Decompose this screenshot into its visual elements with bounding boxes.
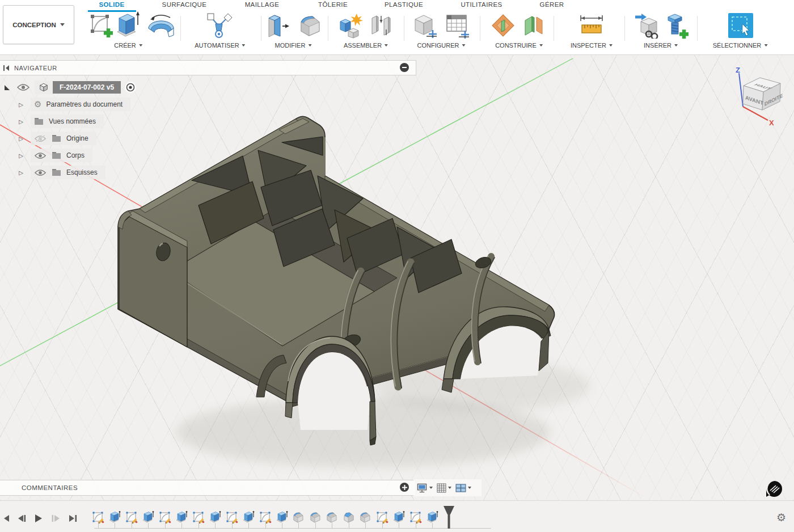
eye-icon[interactable] — [34, 168, 47, 177]
timeline-feature-sketch[interactable] — [125, 510, 138, 524]
comments-panel-header[interactable]: COMMENTAIRES — [0, 480, 416, 496]
tab-surfacique[interactable]: SURFACIQUE — [162, 1, 207, 8]
group-label-selectionner[interactable]: SÉLECTIONNER — [713, 42, 768, 49]
create-sketch-icon[interactable] — [88, 12, 113, 37]
timeline-step-forward-button[interactable] — [50, 513, 61, 524]
navigator-panel-header[interactable]: NAVIGATEUR — [0, 60, 416, 75]
eye-off-icon[interactable] — [34, 134, 47, 143]
timeline-feature-extrude[interactable] — [175, 510, 188, 524]
modify-fillet-icon[interactable] — [297, 12, 323, 39]
group-label-assembler[interactable]: ASSEMBLER — [344, 42, 388, 49]
expand-arrow-icon[interactable] — [5, 85, 10, 90]
expand-caret-icon[interactable]: ▷ — [17, 119, 25, 125]
select-tool-icon[interactable] — [728, 12, 754, 39]
group-label-inserer[interactable]: INSÉRER — [644, 42, 678, 49]
timeline-settings-gear-icon[interactable]: ⚙ — [776, 511, 786, 523]
group-label-construire[interactable]: CONSTRUIRE — [495, 42, 543, 49]
feedback-bubble-icon[interactable] — [763, 479, 785, 500]
modify-presspull-icon[interactable] — [267, 12, 292, 39]
chevron-down-icon[interactable] — [429, 487, 433, 489]
create-revolve-icon[interactable] — [146, 14, 176, 37]
timeline-feature-sketch[interactable] — [409, 510, 423, 524]
timeline-feature-extrude[interactable] — [425, 510, 439, 524]
panel-collapse-icon[interactable] — [2, 64, 10, 72]
group-label-inspecter[interactable]: INSPECTER — [571, 42, 613, 49]
component-cube-icon[interactable] — [35, 81, 53, 94]
timeline-feature-extrude[interactable] — [141, 510, 155, 524]
tree-row-origin[interactable]: ▷ Origine — [0, 131, 96, 146]
tree-row-document[interactable]: F-2024-07-002 v5 — [0, 80, 137, 95]
document-name[interactable]: F-2024-07-002 v5 — [53, 81, 121, 94]
group-label-automatiser[interactable]: AUTOMATISER — [195, 42, 245, 49]
timeline-feature-chamfer[interactable] — [342, 510, 356, 524]
chevron-down-icon[interactable] — [448, 487, 451, 489]
timeline-step-back-button[interactable] — [16, 513, 28, 524]
eye-icon[interactable] — [34, 151, 47, 160]
expand-caret-icon[interactable]: ▷ — [17, 153, 25, 159]
timeline-feature-sketch[interactable] — [158, 510, 172, 524]
timeline-feature-extrude[interactable] — [108, 510, 121, 524]
viewport-canvas[interactable]: NAVIGATEUR F-2024-07-002 v5 ▷ ⚙ Paramètr… — [0, 55, 794, 500]
tab-utilitaires[interactable]: UTILITAIRES — [461, 1, 502, 8]
workspace-selector-button[interactable]: CONCEPTION — [3, 5, 74, 44]
viewcube[interactable]: HAUT AVANT DROITE Z X — [730, 64, 794, 129]
timeline-feature-extrude[interactable] — [242, 510, 255, 524]
timeline-feature-extrude[interactable] — [208, 510, 222, 524]
create-extrude-icon[interactable] — [115, 10, 141, 39]
tree-row-bodies[interactable]: ▷ Corps — [0, 148, 92, 163]
eye-icon[interactable] — [16, 83, 30, 92]
timeline-feature-sketch[interactable] — [225, 510, 239, 524]
timeline-tick — [115, 523, 115, 528]
grid-settings-icon[interactable] — [437, 483, 446, 493]
group-label-modifier[interactable]: MODIFIER — [275, 42, 312, 49]
tab-gerer[interactable]: GÉRER — [540, 1, 564, 8]
tab-solide[interactable]: SOLIDE — [99, 1, 124, 8]
navigator-minimize-button[interactable] — [400, 63, 409, 72]
model-bracket[interactable] — [118, 116, 555, 445]
timeline-track[interactable] — [94, 528, 491, 529]
timeline-play-button[interactable] — [32, 513, 44, 524]
chevron-down-icon[interactable] — [468, 487, 471, 489]
tree-row-named-views[interactable]: ▷ Vues nommées — [0, 114, 104, 129]
viewports-icon[interactable] — [455, 484, 466, 492]
timeline-feature-fillet[interactable] — [292, 510, 305, 524]
insert-fastener-icon[interactable] — [664, 12, 690, 40]
timeline-feature-sketch[interactable] — [259, 510, 272, 524]
timeline-feature-extrude[interactable] — [392, 510, 406, 524]
activate-radio-icon[interactable] — [124, 81, 137, 94]
insert-derive-icon[interactable] — [634, 12, 660, 39]
timeline-feature-sketch[interactable] — [192, 510, 205, 524]
timeline-playhead[interactable] — [442, 504, 456, 530]
construct-midplane-icon[interactable] — [521, 12, 547, 39]
timeline-feature-sketch[interactable] — [91, 510, 105, 524]
tree-row-sketches[interactable]: ▷ Esquisses — [0, 165, 105, 180]
timeline-feature-fillet[interactable] — [325, 510, 339, 524]
timeline-feature-fillet[interactable] — [358, 510, 372, 524]
group-label-creer[interactable]: CRÉER — [114, 42, 142, 49]
timeline-go-end-button[interactable] — [67, 513, 78, 524]
assemble-new-component-icon[interactable] — [338, 12, 365, 39]
expand-caret-icon[interactable]: ▷ — [17, 136, 25, 142]
tree-row-document-settings[interactable]: ▷ ⚙ Paramètres du document — [0, 97, 130, 112]
timeline-feature-sketch[interactable] — [375, 510, 389, 524]
expand-caret-icon[interactable]: ▷ — [17, 102, 25, 108]
tab-maillage[interactable]: MAILLAGE — [245, 1, 280, 8]
tab-plastique[interactable]: PLASTIQUE — [385, 1, 423, 8]
tab-tolerie[interactable]: TÔLERIE — [318, 1, 348, 8]
assemble-joint-icon[interactable] — [369, 12, 394, 39]
add-comment-button[interactable] — [400, 483, 409, 492]
automate-configurator-icon[interactable] — [205, 12, 233, 39]
group-label-configurer[interactable]: CONFIGURER — [417, 42, 466, 49]
toolbar-divider — [328, 16, 328, 41]
timeline-go-start-button[interactable] — [1, 513, 12, 524]
timeline-tick — [148, 523, 149, 528]
expand-caret-icon[interactable]: ▷ — [17, 170, 25, 176]
display-settings-bar — [413, 479, 482, 496]
timeline-feature-extrude[interactable] — [275, 510, 289, 524]
timeline-feature-fillet[interactable] — [309, 510, 322, 524]
construct-plane-icon[interactable] — [490, 12, 516, 39]
inspect-measure-icon[interactable] — [578, 12, 605, 39]
configure-feature-icon[interactable] — [412, 12, 439, 39]
display-settings-icon[interactable] — [417, 483, 428, 493]
configure-table-icon[interactable] — [444, 12, 471, 39]
